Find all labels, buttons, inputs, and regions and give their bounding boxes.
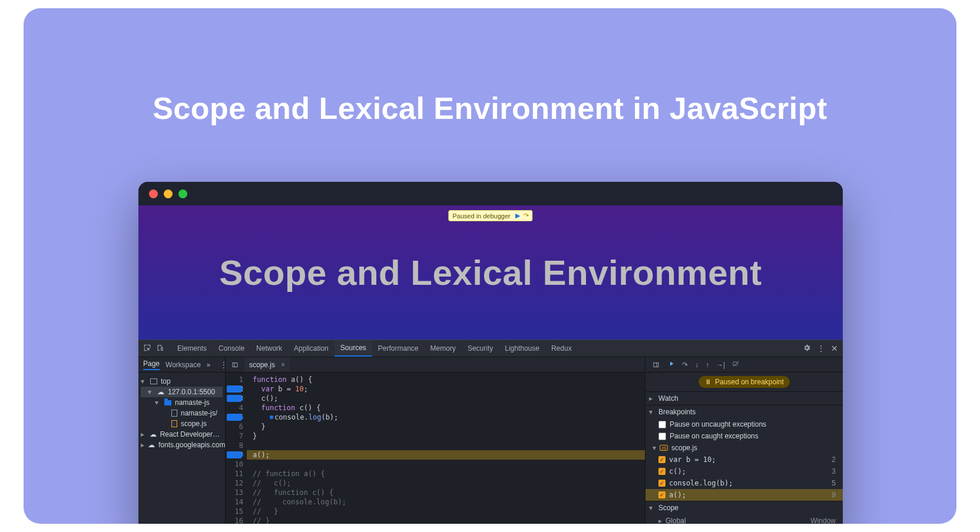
code-editor[interactable]: 12345678910111213141516171819 function a… — [226, 373, 645, 524]
step-into-icon[interactable]: ↓ — [695, 361, 698, 369]
subtab-overflow-icon[interactable]: » — [207, 361, 211, 369]
breakpoint-code: console.log(b); — [669, 479, 733, 487]
tab-lighthouse[interactable]: Lighthouse — [499, 340, 545, 357]
tree-top[interactable]: ▾ top — [141, 376, 223, 387]
cloud-icon: ☁ — [150, 431, 157, 438]
breakpoint-list: ✓var b = 10;2✓c();3✓console.log(b);5✓a()… — [645, 454, 843, 501]
subtab-page[interactable]: Page — [143, 360, 160, 370]
gutter-line[interactable]: 11 — [226, 469, 247, 478]
traffic-light-minimize-icon[interactable] — [164, 189, 173, 198]
gutter-line[interactable]: 5 — [226, 413, 247, 422]
gutter-line[interactable]: 16 — [226, 516, 247, 524]
scope-global-label: Global — [666, 517, 686, 524]
gutter-line[interactable]: 14 — [226, 497, 247, 507]
gutter-line[interactable]: 9 — [226, 450, 247, 460]
traffic-light-zoom-icon[interactable] — [178, 189, 187, 198]
step-over-icon-small[interactable]: ↷ — [682, 361, 688, 369]
tab-sources[interactable]: Sources — [335, 340, 372, 357]
paused-pill-label: Paused on breakpoint — [715, 378, 784, 386]
breakpoints-section-header[interactable]: ▾Breakpoints — [645, 405, 843, 418]
step-over-icon[interactable]: ↷ — [524, 212, 529, 220]
breakpoint-file-row[interactable]: ▾ JS scope.js — [645, 442, 843, 454]
gutter-line[interactable]: 2 — [226, 384, 247, 394]
pause-caught-input[interactable] — [658, 433, 666, 440]
breakpoint-item[interactable]: ✓a();9 — [645, 489, 843, 501]
tree-folder-entry[interactable]: namaste-js/ — [141, 408, 223, 418]
pause-uncaught-checkbox[interactable]: Pause on uncaught exceptions — [645, 418, 843, 430]
code-line: // c(); — [253, 478, 645, 488]
gutter-line[interactable]: 1 — [226, 375, 247, 384]
execution-cursor-icon — [270, 415, 273, 419]
js-file-icon — [171, 420, 177, 427]
breakpoint-item[interactable]: ✓console.log(b);5 — [645, 477, 843, 489]
sources-body: ▾ top ▾☁ 127.0.0.1:5500 ▾ namaste-js nam… — [138, 373, 843, 524]
breakpoint-checkbox-icon[interactable]: ✓ — [658, 456, 666, 463]
scope-global-row[interactable]: ▸ Global Window — [645, 514, 843, 524]
tab-performance[interactable]: Performance — [372, 340, 425, 357]
folder-icon — [164, 400, 171, 405]
device-toolbar-icon[interactable] — [156, 344, 164, 354]
hero-title: Scope and Lexical Environment in JavaScr… — [24, 91, 956, 126]
step-icon[interactable]: →| — [716, 361, 725, 369]
tab-application[interactable]: Application — [288, 340, 335, 357]
gutter-line[interactable]: 12 — [226, 478, 247, 488]
tree-file[interactable]: scope.js — [141, 418, 223, 429]
toggle-right-pane-icon[interactable] — [651, 360, 661, 370]
gutter-line[interactable]: 15 — [226, 507, 247, 516]
tree-fonts[interactable]: ▸☁ fonts.googleapis.com — [141, 440, 223, 450]
editor-file-tab[interactable]: scope.js × — [244, 357, 290, 372]
gutter-line[interactable]: 7 — [226, 431, 247, 441]
tree-host[interactable]: ▾☁ 127.0.0.1:5500 — [141, 387, 223, 397]
gutter-line[interactable]: 6 — [226, 422, 247, 431]
tree-rdt[interactable]: ▸☁ React Developer Tools — [141, 429, 223, 440]
gutter-line[interactable]: 3 — [226, 394, 247, 403]
breakpoint-item[interactable]: ✓c();3 — [645, 466, 843, 477]
devtools-tabbar: Elements Console Network Application Sou… — [138, 340, 843, 357]
tab-elements[interactable]: Elements — [171, 340, 213, 357]
traffic-light-close-icon[interactable] — [149, 189, 158, 198]
breakpoint-code: a(); — [669, 491, 686, 499]
tree-folder[interactable]: ▾ namaste-js — [141, 397, 223, 408]
toggle-navigator-icon[interactable] — [230, 360, 240, 370]
step-out-icon[interactable]: ↑ — [706, 361, 709, 369]
breakpoint-checkbox-icon[interactable]: ✓ — [658, 468, 666, 475]
tab-console[interactable]: Console — [213, 340, 250, 357]
pause-caught-checkbox[interactable]: Pause on caught exceptions — [645, 430, 843, 442]
devtools-close-icon[interactable]: ✕ — [831, 344, 838, 353]
scope-section-header[interactable]: ▾Scope — [645, 501, 843, 514]
tree-file-label: scope.js — [181, 420, 207, 428]
gutter-line[interactable]: 13 — [226, 488, 247, 497]
devtools-more-icon[interactable]: ⋮ — [817, 344, 825, 353]
resume-icon[interactable]: ▶ — [515, 212, 520, 220]
tree-folder-label: namaste-js — [175, 398, 210, 407]
tree-host-label: 127.0.0.1:5500 — [168, 388, 215, 396]
tree-fonts-label: fonts.googleapis.com — [158, 441, 225, 449]
frame-icon — [150, 378, 157, 384]
editor-gutter[interactable]: 12345678910111213141516171819 — [226, 373, 247, 524]
pause-uncaught-input[interactable] — [658, 421, 666, 428]
gutter-line[interactable]: 4 — [226, 403, 247, 413]
close-file-tab-icon[interactable]: × — [281, 361, 285, 369]
watch-section-header[interactable]: ▸Watch — [645, 392, 843, 405]
gutter-line[interactable]: 10 — [226, 460, 247, 469]
code-line — [253, 441, 645, 450]
resume-script-icon[interactable] — [668, 360, 675, 369]
subtab-workspace[interactable]: Workspace — [165, 361, 201, 369]
tab-network[interactable]: Network — [250, 340, 288, 357]
watch-label: Watch — [658, 394, 678, 403]
devtools-settings-icon[interactable] — [803, 344, 811, 354]
window-titlebar — [138, 182, 843, 205]
tab-security[interactable]: Security — [462, 340, 499, 357]
cloud-icon: ☁ — [148, 441, 155, 448]
gutter-line[interactable]: 8 — [226, 441, 247, 450]
breakpoint-checkbox-icon[interactable]: ✓ — [658, 480, 666, 487]
breakpoint-checkbox-icon[interactable]: ✓ — [658, 491, 666, 498]
scope-label: Scope — [658, 504, 678, 512]
tab-redux[interactable]: Redux — [545, 340, 578, 357]
paused-controls: ▶ ↷ — [515, 212, 529, 220]
js-badge-icon: JS — [660, 445, 668, 451]
deactivate-breakpoints-icon[interactable] — [732, 360, 739, 369]
breakpoint-item[interactable]: ✓var b = 10;2 — [645, 454, 843, 466]
inspect-element-icon[interactable] — [143, 344, 151, 354]
tab-memory[interactable]: Memory — [425, 340, 462, 357]
